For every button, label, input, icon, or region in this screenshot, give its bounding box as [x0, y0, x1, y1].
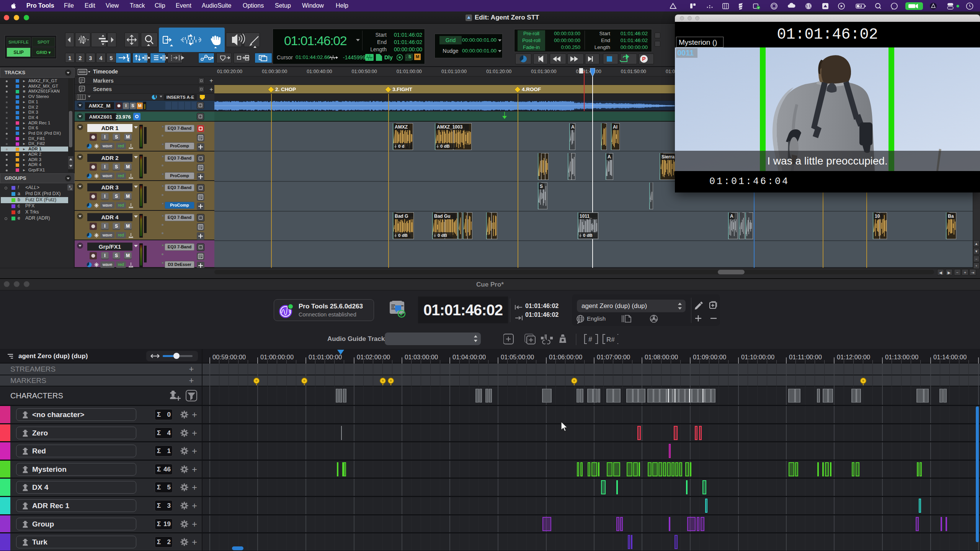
- svg-text:Sierra: Sierra: [662, 154, 675, 160]
- svg-text:Bad G: Bad G: [395, 214, 408, 219]
- svg-text:A: A: [608, 154, 611, 160]
- svg-text:10: 10: [875, 214, 880, 219]
- svg-text:0 dB: 0 dB: [440, 144, 450, 148]
- svg-text:1011_: 1011_: [580, 214, 592, 219]
- svg-text:Bad Gu: Bad Gu: [434, 214, 451, 219]
- svg-text:AMXZ: AMXZ: [395, 124, 408, 130]
- svg-text:AMXZ_1003: AMXZ_1003: [437, 124, 463, 130]
- svg-text:Ba: Ba: [948, 214, 954, 219]
- svg-text:0 dB: 0 dB: [438, 233, 447, 238]
- svg-text:P: P: [642, 56, 645, 62]
- svg-text:A: A: [571, 124, 575, 130]
- svg-text:0 dB: 0 dB: [398, 233, 408, 238]
- svg-text:R#: R#: [606, 336, 615, 343]
- svg-text:z: z: [70, 187, 72, 190]
- svg-text:AI: AI: [613, 124, 617, 130]
- svg-text:S: S: [540, 184, 543, 189]
- svg-text:#: #: [588, 336, 592, 343]
- svg-text:0 d: 0 d: [398, 144, 405, 148]
- svg-text:0 dB: 0 dB: [583, 233, 593, 238]
- svg-text:A: A: [730, 214, 733, 219]
